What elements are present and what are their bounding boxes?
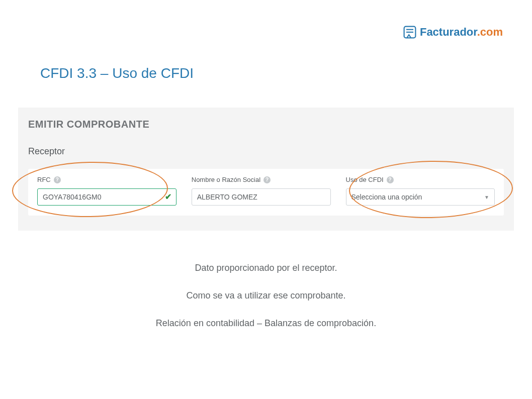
rfc-label-text: RFC — [37, 176, 51, 183]
nombre-label-text: Nombre o Razón Social — [192, 176, 260, 183]
chevron-down-icon: ▼ — [484, 194, 489, 200]
uso-cfdi-select[interactable]: Selecciona una opción ▼ — [346, 188, 495, 206]
page-title: CFDI 3.3 – Uso de CFDI — [40, 65, 194, 81]
description-line: Dato proporcionado por el receptor. — [0, 261, 532, 275]
help-icon[interactable]: ? — [54, 176, 61, 183]
description-line: Relación en contabilidad – Balanzas de c… — [0, 317, 532, 330]
uso-cfdi-label: Uso de CFDI ? — [346, 176, 495, 183]
section-title: Receptor — [28, 146, 504, 157]
uso-cfdi-field-group: Uso de CFDI ? Selecciona una opción ▼ — [346, 176, 495, 206]
rfc-input[interactable] — [37, 188, 176, 206]
nombre-label: Nombre o Razón Social ? — [192, 176, 331, 183]
check-icon: ✔ — [165, 192, 171, 202]
logo-icon — [403, 25, 417, 39]
help-icon[interactable]: ? — [263, 176, 271, 183]
description-line: Como se va a utilizar ese comprobante. — [0, 289, 532, 303]
rfc-field-group: RFC ? ✔ — [37, 176, 176, 206]
description-block: Dato proporcionado por el receptor. Como… — [0, 261, 532, 344]
rfc-label: RFC ? — [37, 176, 176, 183]
nombre-field-group: Nombre o Razón Social ? — [192, 176, 331, 206]
form-panel: EMITIR COMPROBANTE Receptor RFC ? ✔ Nomb… — [18, 108, 514, 231]
logo-text: Facturador.com — [420, 26, 503, 39]
nombre-input[interactable] — [192, 188, 331, 206]
help-icon[interactable]: ? — [387, 176, 394, 183]
uso-cfdi-label-text: Uso de CFDI — [346, 176, 384, 183]
panel-title: EMITIR COMPROBANTE — [28, 119, 504, 130]
receptor-card: RFC ? ✔ Nombre o Razón Social ? Uso de C… — [28, 169, 504, 216]
uso-cfdi-placeholder: Selecciona una opción — [351, 193, 422, 201]
brand-logo: Facturador.com — [403, 25, 503, 39]
